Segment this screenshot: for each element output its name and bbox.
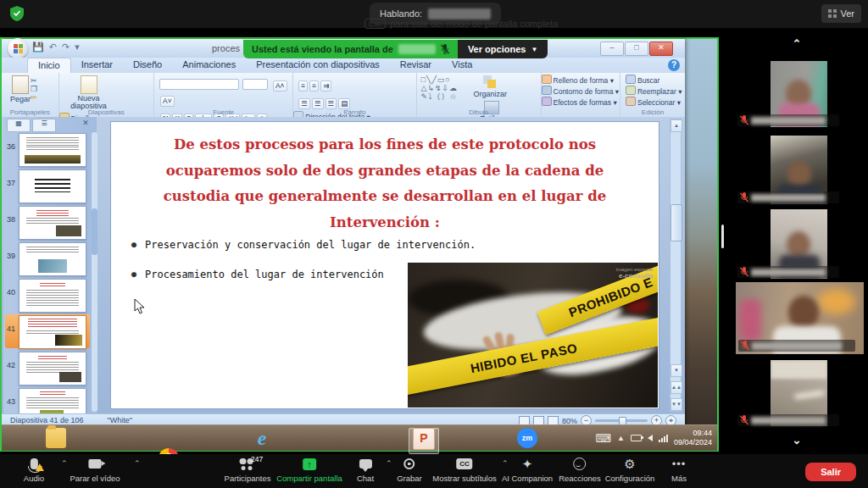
shape-effects-button[interactable]: Efectos de formas ▾ xyxy=(542,97,620,108)
file-explorer-icon[interactable] xyxy=(46,428,66,448)
font-group-label[interactable]: Fuente xyxy=(154,108,292,116)
slide-thumbnail-40[interactable]: 40 xyxy=(5,278,90,312)
help-icon[interactable]: ? xyxy=(668,59,680,71)
save-icon[interactable]: 💾 xyxy=(32,42,44,53)
ai-companion-button[interactable]: ✦ AI Companion xyxy=(502,457,553,483)
find-button[interactable]: Buscar xyxy=(626,75,685,86)
grow-font-icon[interactable]: A˄ xyxy=(273,80,287,92)
tab-diseno[interactable]: Diseño xyxy=(123,58,172,73)
participant-5-namebar xyxy=(737,414,839,426)
shape-effects-icon xyxy=(542,97,552,106)
redo-icon[interactable]: ↷ xyxy=(62,42,70,53)
panel-close-icon[interactable]: ✕ xyxy=(80,119,92,129)
camera-icon xyxy=(89,459,102,469)
view-options-button[interactable]: Ver opciones ▼ xyxy=(458,40,548,58)
reactions-button[interactable]: Reacciones xyxy=(559,457,601,483)
scroll-participants-up-icon[interactable]: ⌃ xyxy=(784,37,810,50)
minimize-button[interactable]: – xyxy=(600,42,624,56)
tab-presentacion[interactable]: Presentación con diapositivas xyxy=(246,58,390,73)
editing-group-label[interactable]: Edición xyxy=(620,108,685,116)
stop-video-button[interactable]: Parar el vídeo xyxy=(70,457,120,483)
slide-thumbnail-38[interactable]: 38 xyxy=(5,205,90,239)
font-size-combobox[interactable] xyxy=(242,79,268,90)
clock[interactable]: 09:44 09/04/2024 xyxy=(674,429,712,447)
powerpoint-taskbar-button[interactable]: P xyxy=(413,428,433,448)
tab-revisar[interactable]: Revisar xyxy=(390,58,442,73)
tab-insertar[interactable]: Insertar xyxy=(71,58,123,73)
keyboard-icon[interactable]: ⌨ xyxy=(595,432,611,445)
slide-thumbnail-37[interactable]: 37 xyxy=(5,169,90,202)
view-layout-button[interactable]: Ver xyxy=(821,4,861,23)
audio-button[interactable]: Audio xyxy=(24,457,44,483)
tray-expand-icon[interactable]: ▲ xyxy=(617,434,625,442)
chat-button[interactable]: Chat xyxy=(357,457,374,483)
bullets-icon[interactable]: ≡ xyxy=(298,80,308,92)
audio-options-chevron[interactable]: ⌃ xyxy=(61,459,68,468)
drawing-group-label[interactable]: Dibujo xyxy=(417,108,541,116)
participants-button[interactable]: 247 Participantes xyxy=(225,457,271,483)
speaker-icon[interactable] xyxy=(648,435,653,441)
replace-button[interactable]: Reemplazar ▾ xyxy=(626,86,685,97)
scroll-up-icon[interactable]: ▲ xyxy=(670,119,682,132)
more-button[interactable]: ••• Más xyxy=(671,457,687,483)
scroll-down-icon[interactable]: ▼ xyxy=(670,364,682,377)
settings-button[interactable]: ⚙ Configuración xyxy=(605,457,655,483)
slide-thumbnail-36[interactable]: 36 xyxy=(5,132,90,166)
maximize-button[interactable]: □ xyxy=(625,42,648,56)
undo-icon[interactable]: ↶ xyxy=(49,42,57,53)
scroll-participants-down-icon[interactable]: ⌄ xyxy=(784,434,810,446)
previous-slide-icon[interactable]: ▲▲ xyxy=(670,381,682,394)
security-shield-icon[interactable] xyxy=(10,6,24,21)
indent-icons[interactable]: ⇉ xyxy=(320,80,331,92)
tab-vista[interactable]: Vista xyxy=(442,58,482,73)
zoom-slider[interactable] xyxy=(595,419,648,422)
panel-scrollbar[interactable] xyxy=(92,132,97,412)
cut-icon[interactable]: ✂ xyxy=(31,76,37,85)
paragraph-group-label[interactable]: Párrafo xyxy=(293,108,415,116)
select-button[interactable]: Seleccionar ▾ xyxy=(626,97,685,108)
shape-outline-button[interactable]: Contorno de forma ▾ xyxy=(542,86,620,97)
sidebar-resize-handle[interactable] xyxy=(721,225,724,248)
internet-explorer-icon[interactable]: e xyxy=(252,428,272,448)
video-options-chevron[interactable]: ⌃ xyxy=(134,459,141,468)
ribbon: Pegar ✂ ❐ ✏ Portapapeles Nueva diapositi… xyxy=(2,73,685,118)
zoom-app-icon[interactable]: zm xyxy=(517,428,537,448)
slide-counter: Diapositiva 41 de 106 xyxy=(10,416,84,424)
numbering-icon[interactable]: ≡ xyxy=(309,80,319,92)
outline-tab[interactable]: ☰ xyxy=(32,119,56,132)
tab-animaciones[interactable]: Animaciones xyxy=(172,58,246,73)
captions-button[interactable]: CC Mostrar subtítulos xyxy=(432,457,497,483)
network-signal-icon[interactable] xyxy=(659,435,668,442)
record-button[interactable]: Grabar xyxy=(397,457,422,483)
shapes-gallery[interactable]: □╲╱▭○△↳↯⇩☁✎⤵（）☆ xyxy=(417,73,474,101)
clipboard-group-label[interactable]: Portapapeles xyxy=(2,108,58,116)
format-painter-icon[interactable]: ✏ xyxy=(31,93,37,102)
find-icon xyxy=(626,75,636,84)
next-slide-icon[interactable]: ▼▼ xyxy=(670,398,682,411)
slides-tab[interactable]: ▦ xyxy=(7,119,31,132)
paste-button[interactable]: Pegar xyxy=(10,73,31,103)
close-button[interactable]: ✕ xyxy=(649,42,673,56)
office-button[interactable] xyxy=(8,38,28,58)
tab-inicio[interactable]: Inicio xyxy=(27,58,71,74)
slide-thumbnail-39[interactable]: 39 xyxy=(5,241,90,275)
scrollbar-thumb[interactable] xyxy=(670,204,682,241)
new-slide-button[interactable]: Nueva diapositiva xyxy=(64,73,114,110)
copy-icon[interactable]: ❐ xyxy=(31,85,37,93)
share-screen-button[interactable]: ↑ Compartir pantalla xyxy=(276,457,342,483)
shape-fill-button[interactable]: Relleno de forma ▾ xyxy=(542,75,620,86)
slide-canvas[interactable]: De estos procesos para los fines de este… xyxy=(110,121,659,409)
battery-icon[interactable] xyxy=(631,435,642,441)
shrink-font-icon[interactable]: A˅ xyxy=(160,96,175,107)
qat-dropdown-icon[interactable]: ▾ xyxy=(75,42,80,53)
slides-group-label[interactable]: Diapositivas xyxy=(59,108,153,116)
group-slides: Nueva diapositiva Diseño ▾ Restablecer E… xyxy=(59,73,154,117)
leave-meeting-button[interactable]: Salir xyxy=(805,463,856,481)
slide-thumbnail-41-selected[interactable]: 41 xyxy=(5,314,90,348)
arrange-button[interactable]: Organizar xyxy=(474,73,508,98)
vertical-scrollbar[interactable]: ▲ ▼ ▲▲ ▼▼ xyxy=(670,119,682,412)
font-name-combobox[interactable] xyxy=(159,79,239,90)
chat-options-chevron[interactable]: ⌃ xyxy=(386,459,392,468)
quick-access-toolbar[interactable]: 💾 ↶ ↷ ▾ xyxy=(32,42,80,53)
slide-thumbnail-42[interactable]: 42 xyxy=(5,351,90,385)
